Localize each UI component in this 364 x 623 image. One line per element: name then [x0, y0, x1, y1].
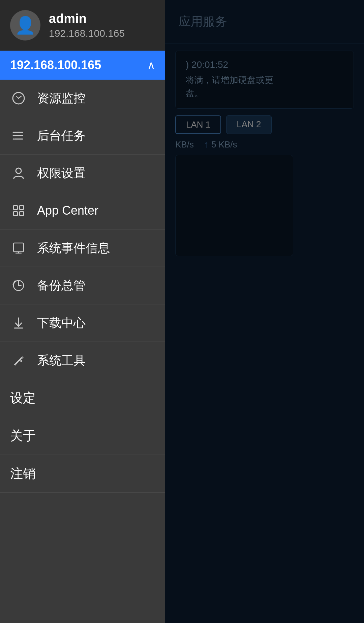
system-tools-icon — [10, 352, 27, 369]
svg-rect-15 — [13, 243, 24, 252]
menu-list: 资源监控 后台任务 — [0, 80, 165, 623]
menu-item-system-tools[interactable]: 系统工具 — [0, 342, 165, 379]
svg-rect-14 — [20, 212, 24, 216]
svg-rect-12 — [20, 206, 24, 210]
app-center-label: App Center — [37, 204, 98, 218]
download-center-icon — [10, 315, 27, 331]
menu-item-background-tasks[interactable]: 后台任务 — [0, 117, 165, 155]
background-tasks-label: 后台任务 — [37, 128, 86, 144]
avatar-icon: 👤 — [15, 16, 36, 35]
svg-point-10 — [16, 168, 21, 173]
user-name: admin — [49, 11, 155, 26]
backup-icon — [10, 277, 27, 294]
settings-label: 设定 — [10, 389, 36, 407]
side-drawer: 👤 admin 192.168.100.165 192.168.100.165 … — [0, 0, 165, 623]
menu-section-logout[interactable]: 注销 — [0, 455, 165, 493]
svg-rect-11 — [13, 206, 18, 210]
menu-section-settings[interactable]: 设定 — [0, 379, 165, 417]
resource-monitor-icon — [10, 90, 27, 107]
backup-label: 备份总管 — [37, 277, 86, 294]
svg-line-2 — [19, 96, 21, 98]
menu-item-resource-monitor[interactable]: 资源监控 — [0, 80, 165, 117]
chevron-up-icon: ∧ — [147, 59, 155, 72]
app-center-icon — [10, 202, 27, 219]
about-label: 关于 — [10, 427, 36, 444]
menu-item-system-events[interactable]: 系统事件信息 — [0, 229, 165, 267]
system-tools-label: 系统工具 — [37, 352, 86, 369]
user-ip: 192.168.100.165 — [49, 28, 155, 39]
permissions-label: 权限设置 — [37, 165, 86, 182]
menu-section-about[interactable]: 关于 — [0, 417, 165, 455]
svg-rect-13 — [13, 212, 18, 216]
user-header: 👤 admin 192.168.100.165 — [0, 0, 165, 51]
system-events-icon — [10, 240, 27, 256]
permissions-icon — [10, 165, 27, 182]
server-selector[interactable]: 192.168.100.165 ∧ — [0, 51, 165, 80]
menu-item-app-center[interactable]: App Center — [0, 192, 165, 229]
avatar: 👤 — [10, 10, 40, 40]
user-info: admin 192.168.100.165 — [49, 11, 155, 39]
menu-item-backup[interactable]: 备份总管 — [0, 267, 165, 304]
system-events-label: 系统事件信息 — [37, 240, 110, 256]
menu-item-permissions[interactable]: 权限设置 — [0, 155, 165, 192]
server-ip: 192.168.100.165 — [10, 58, 101, 72]
svg-line-3 — [17, 97, 19, 98]
resource-monitor-label: 资源监控 — [37, 90, 86, 107]
menu-item-download-center[interactable]: 下载中心 — [0, 304, 165, 342]
download-center-label: 下载中心 — [37, 315, 86, 331]
background-tasks-icon — [10, 127, 27, 144]
logout-label: 注销 — [10, 465, 36, 482]
